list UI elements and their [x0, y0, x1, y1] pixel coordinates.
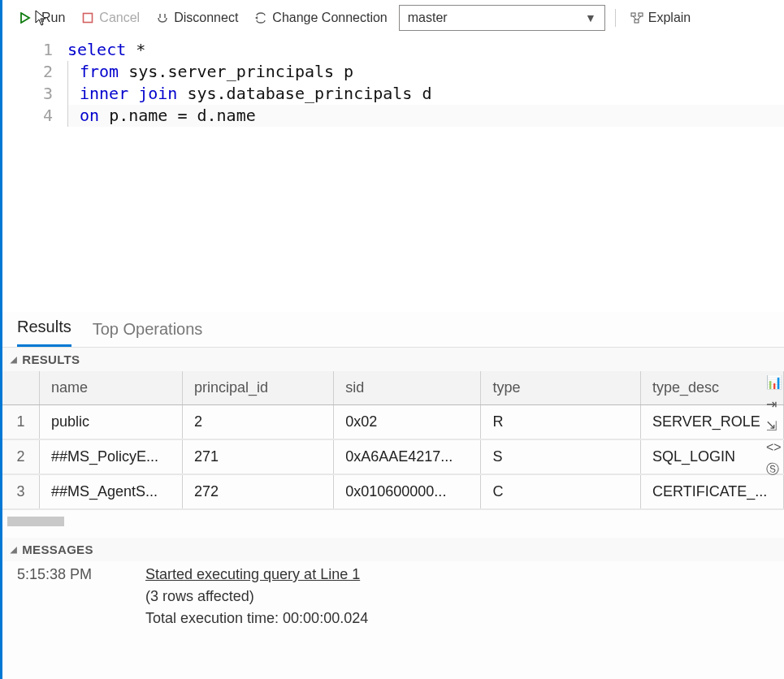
cell[interactable]: 0xA6AAE4217... — [334, 439, 481, 474]
column-header[interactable]: principal_id — [182, 371, 333, 405]
stop-icon — [81, 11, 94, 24]
disconnect-button[interactable]: Disconnect — [151, 7, 243, 28]
explain-label: Explain — [648, 11, 691, 25]
code-line[interactable]: on p.name = d.name — [67, 105, 784, 127]
messages-panel: 5:15:38 PM Started executing query at Li… — [2, 561, 784, 635]
column-header[interactable]: type — [481, 371, 641, 405]
cell[interactable]: 2 — [182, 405, 333, 440]
explain-button[interactable]: Explain — [626, 7, 695, 28]
play-icon — [19, 11, 32, 24]
column-header[interactable]: sid — [334, 371, 481, 405]
chart-icon[interactable]: 📊 — [766, 374, 782, 390]
messages-section-header[interactable]: ◢ MESSAGES — [2, 538, 784, 561]
rownum-header — [2, 371, 40, 405]
cell[interactable]: 0x010600000... — [334, 474, 481, 509]
database-dropdown[interactable]: master ▼ — [399, 5, 605, 31]
message-row: 5:15:38 PM Started executing query at Li… — [17, 566, 769, 632]
svg-rect-1 — [84, 14, 93, 23]
change-connection-button[interactable]: Change Connection — [249, 7, 392, 28]
svg-rect-2 — [631, 13, 635, 16]
results-section-label: RESULTS — [22, 352, 80, 366]
results-grid[interactable]: nameprincipal_idsidtypetype_desc 1public… — [2, 371, 784, 510]
line-number: 3 — [2, 83, 53, 105]
cancel-label: Cancel — [99, 11, 140, 25]
code-line[interactable]: inner join sys.database_principals d — [67, 83, 784, 105]
row-number: 1 — [2, 405, 40, 440]
tab-results[interactable]: Results — [17, 311, 71, 347]
code-line[interactable]: select * — [67, 39, 784, 61]
results-section-header[interactable]: ◢ RESULTS — [2, 348, 784, 371]
collapse-icon: ◢ — [11, 545, 17, 554]
line-number: 1 — [2, 39, 53, 61]
cell[interactable]: 0x02 — [334, 405, 481, 440]
collapse-icon: ◢ — [11, 355, 17, 364]
message-line-1: Started executing query at Line 1 — [145, 566, 769, 583]
stats-icon[interactable]: Ⓢ — [766, 461, 782, 478]
change-connection-label: Change Connection — [272, 11, 387, 25]
export-rows-icon[interactable]: ⇥ — [766, 396, 782, 412]
cell[interactable]: 272 — [182, 474, 333, 509]
svg-marker-0 — [21, 13, 29, 23]
code-icon[interactable]: <> — [766, 440, 782, 455]
message-line-2: (3 rows affected) — [145, 588, 769, 605]
disconnect-icon — [156, 11, 169, 24]
editor-gutter: 1234 — [2, 39, 67, 312]
table-row[interactable]: 2##MS_PolicyE...2710xA6AAE4217...SSQL_LO… — [2, 439, 784, 474]
chevron-down-icon: ▼ — [585, 11, 596, 24]
sql-editor[interactable]: 1234 select *from sys.server_principals … — [2, 36, 784, 312]
cell[interactable]: C — [481, 474, 641, 509]
table-row[interactable]: 1public20x02RSERVER_ROLE — [2, 405, 784, 440]
tab-top-operations[interactable]: Top Operations — [93, 314, 203, 347]
cell[interactable]: ##MS_PolicyE... — [40, 439, 183, 474]
svg-rect-3 — [639, 13, 643, 16]
message-timestamp: 5:15:38 PM — [17, 566, 115, 632]
cell[interactable]: CERTIFICATE_... — [641, 474, 784, 509]
result-tabs: Results Top Operations — [2, 312, 784, 348]
line-number: 4 — [2, 105, 53, 127]
cell[interactable]: R — [481, 405, 641, 440]
cell[interactable]: SERVER_ROLE — [641, 405, 784, 440]
grid-side-toolbar: 📊 ⇥ ⇲ <> Ⓢ — [766, 374, 782, 478]
query-toolbar: Run Cancel Disconnect Change Connection … — [2, 0, 784, 36]
message-body: Started executing query at Line 1 (3 row… — [145, 566, 769, 632]
run-button[interactable]: Run — [14, 7, 70, 28]
change-connection-icon — [254, 11, 267, 24]
cell[interactable]: public — [40, 405, 183, 440]
cell[interactable]: S — [481, 439, 641, 474]
editor-code[interactable]: select *from sys.server_principals pinne… — [67, 39, 784, 312]
row-number: 3 — [2, 474, 40, 509]
code-line[interactable]: from sys.server_principals p — [67, 61, 784, 83]
database-selected-value: master — [408, 11, 448, 25]
cell[interactable]: SQL_LOGIN — [641, 439, 784, 474]
cell[interactable]: 271 — [182, 439, 333, 474]
table-row[interactable]: 3##MS_AgentS...2720x010600000...CCERTIFI… — [2, 474, 784, 509]
disconnect-label: Disconnect — [174, 11, 238, 25]
messages-section-label: MESSAGES — [22, 543, 93, 556]
row-number: 2 — [2, 439, 40, 474]
toolbar-separator — [615, 9, 616, 27]
cell[interactable]: ##MS_AgentS... — [40, 474, 183, 509]
column-header[interactable]: name — [40, 371, 183, 405]
results-grid-wrap: nameprincipal_idsidtypetype_desc 1public… — [2, 371, 784, 526]
cancel-button[interactable]: Cancel — [76, 7, 145, 28]
explain-icon — [630, 11, 643, 24]
line-number: 2 — [2, 61, 53, 83]
column-header[interactable]: type_desc — [641, 371, 784, 405]
message-line-3: Total execution time: 00:00:00.024 — [145, 610, 769, 627]
grid-h-scrollbar[interactable] — [7, 517, 64, 526]
app-root: Run Cancel Disconnect Change Connection … — [0, 0, 784, 679]
svg-rect-4 — [635, 19, 639, 23]
export-icon[interactable]: ⇲ — [766, 418, 782, 434]
